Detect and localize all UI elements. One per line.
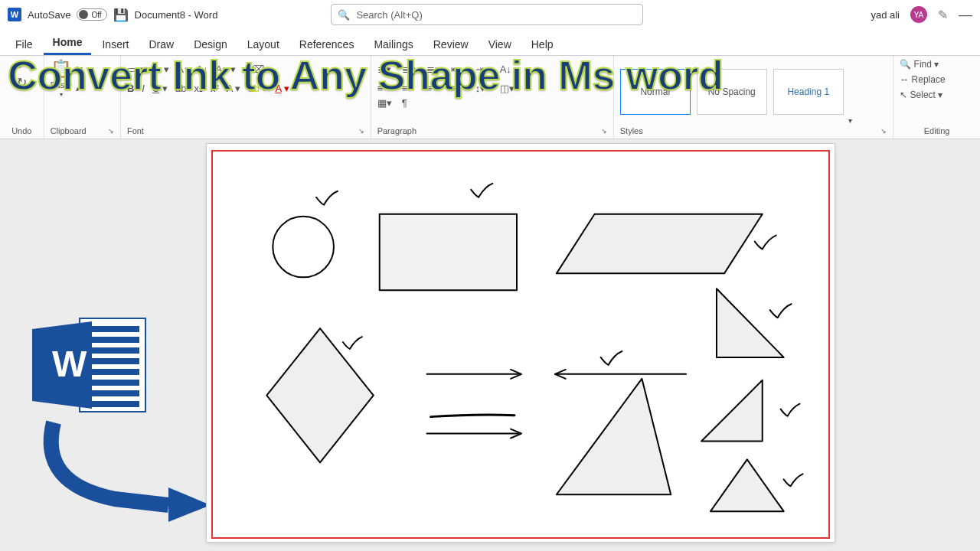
selection-box [211,150,830,539]
svg-rect-2 [86,337,139,343]
svg-marker-20 [701,380,763,442]
svg-rect-6 [86,380,139,386]
toggle-knob-icon [79,10,88,19]
group-label-styles: Styles [620,126,643,135]
svg-marker-11 [168,487,211,522]
svg-rect-13 [380,214,517,291]
minimize-icon[interactable]: — [959,7,972,23]
autosave-label: AutoSave [28,9,70,21]
paragraph-launcher-icon[interactable]: ↘ [601,127,607,135]
svg-rect-1 [86,326,139,332]
tutorial-headline: Convert Ink to Any Shape in Ms word [8,51,975,99]
svg-point-12 [273,217,334,278]
group-label-editing: Editing [900,125,974,137]
svg-rect-8 [86,401,139,407]
document-workspace: W [0,139,980,551]
save-icon[interactable]: 💾 [113,8,129,22]
document-title: Document8 - Word [135,9,218,21]
svg-marker-14 [557,214,763,274]
word-app-icon: W [8,8,21,21]
svg-rect-3 [86,347,139,354]
show-marks-icon[interactable]: ¶ [402,97,420,109]
group-label-clipboard: Clipboard [51,126,87,135]
search-input[interactable]: 🔍 Search (Alt+Q) [331,4,643,25]
avatar[interactable]: YA [910,6,927,23]
draw-mode-icon[interactable]: ✎ [938,8,948,22]
ribbon: Convert Ink to Any Shape in Ms word ↶ ↻ … [0,56,980,139]
svg-marker-22 [557,379,671,494]
svg-marker-19 [717,289,784,357]
group-label-undo: Undo [6,125,38,137]
autosave-toggle[interactable]: Off [77,8,106,21]
svg-marker-21 [710,459,784,511]
borders-icon[interactable]: ▦▾ [377,97,396,109]
styles-expand-icon[interactable]: ▾ [848,116,852,125]
arrow-graphic [31,415,214,530]
clipboard-launcher-icon[interactable]: ↘ [108,127,114,135]
group-label-font: Font [127,126,144,135]
shapes-canvas [213,152,828,537]
svg-rect-4 [86,358,139,364]
title-bar: W AutoSave Off 💾 Document8 - Word 🔍 Sear… [0,0,980,29]
styles-launcher-icon[interactable]: ↘ [880,127,887,135]
user-name: yad ali [871,9,900,21]
svg-marker-15 [266,328,373,462]
search-placeholder: Search (Alt+Q) [356,9,422,21]
svg-text:W: W [52,344,87,384]
font-launcher-icon[interactable]: ↘ [358,127,364,135]
search-icon: 🔍 [338,9,350,21]
svg-rect-5 [86,369,139,375]
group-label-paragraph: Paragraph [377,126,416,135]
autosave-state: Off [91,11,101,19]
word-logo-graphic: W [32,315,147,415]
svg-rect-7 [86,390,139,396]
document-page[interactable] [207,144,835,542]
